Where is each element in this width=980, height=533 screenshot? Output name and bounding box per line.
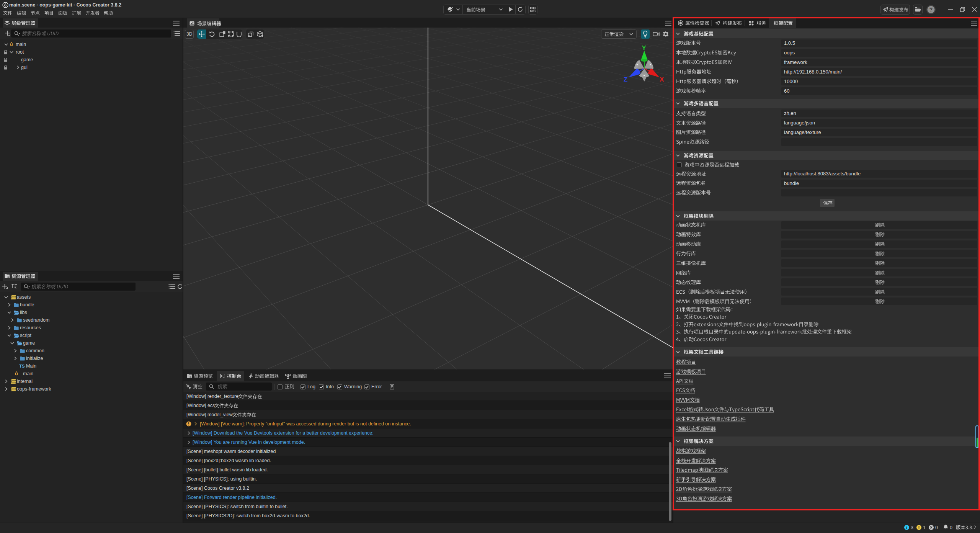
svg-text:?: ?	[929, 7, 933, 13]
svg-text:X: X	[660, 76, 664, 83]
svg-text:Z: Z	[624, 76, 627, 83]
svg-text:i: i	[906, 525, 907, 530]
svg-text:Y: Y	[642, 44, 647, 52]
